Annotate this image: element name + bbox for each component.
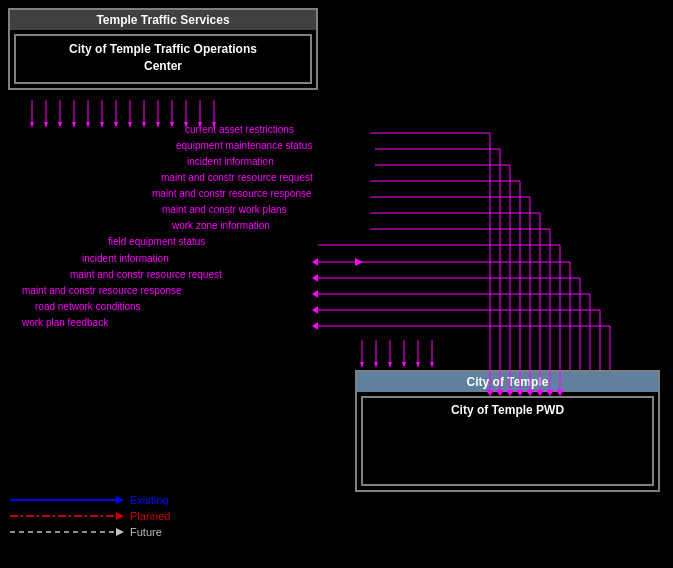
label-maint-req-2: maint and constr resource request <box>70 269 222 280</box>
svg-marker-71 <box>212 122 216 128</box>
tts-box: Temple Traffic Services City of Temple T… <box>8 8 318 90</box>
label-maint-resp-2: maint and constr resource response <box>22 285 182 296</box>
svg-marker-73 <box>360 362 364 368</box>
svg-marker-25 <box>312 258 318 266</box>
svg-marker-63 <box>156 122 160 128</box>
label-incident-info-2: incident information <box>82 253 169 264</box>
label-maint-resp-1: maint and constr resource response <box>152 188 312 199</box>
label-work-plans: maint and constr work plans <box>162 204 287 215</box>
svg-marker-90 <box>116 528 124 536</box>
svg-marker-42 <box>312 322 318 330</box>
svg-marker-69 <box>198 122 202 128</box>
cot-header: City of Temple <box>357 372 658 392</box>
svg-marker-79 <box>402 362 406 368</box>
svg-marker-61 <box>142 122 146 128</box>
tts-inner-label: City of Temple Traffic OperationsCenter <box>21 41 305 75</box>
svg-marker-34 <box>312 290 318 298</box>
svg-marker-38 <box>312 306 318 314</box>
svg-marker-77 <box>388 362 392 368</box>
cot-box: City of Temple City of Temple PWD <box>355 370 660 492</box>
svg-marker-65 <box>170 122 174 128</box>
svg-marker-88 <box>116 512 124 520</box>
cot-inner-label: City of Temple PWD <box>451 403 564 417</box>
tts-inner: City of Temple Traffic OperationsCenter <box>14 34 312 84</box>
label-maint-req-1: maint and constr resource request <box>161 172 313 183</box>
svg-marker-59 <box>128 122 132 128</box>
tts-header: Temple Traffic Services <box>10 10 316 30</box>
svg-marker-47 <box>44 122 48 128</box>
svg-marker-75 <box>374 362 378 368</box>
legend-planned-label: Planned <box>130 510 170 522</box>
svg-marker-53 <box>86 122 90 128</box>
svg-marker-83 <box>430 362 434 368</box>
label-road-network: road network conditions <box>35 301 141 312</box>
label-current-asset: current asset restrictions <box>185 124 294 135</box>
label-field-equip: field equipment status <box>108 236 205 247</box>
label-work-zone: work zone information <box>171 220 270 231</box>
svg-marker-30 <box>312 274 318 282</box>
label-equip-maint: equipment maintenance status <box>176 140 312 151</box>
label-work-plan-feedback: work plan feedback <box>21 317 109 328</box>
legend-existing-label: Existing <box>130 494 169 506</box>
svg-marker-81 <box>416 362 420 368</box>
cot-inner: City of Temple PWD <box>361 396 654 486</box>
svg-marker-49 <box>58 122 62 128</box>
svg-marker-45 <box>30 122 34 128</box>
label-incident-info-1: incident information <box>187 156 274 167</box>
svg-marker-51 <box>72 122 76 128</box>
legend-future-label: Future <box>130 526 162 538</box>
svg-marker-86 <box>116 496 124 504</box>
svg-marker-57 <box>114 122 118 128</box>
svg-marker-55 <box>100 122 104 128</box>
svg-marker-28 <box>355 258 363 266</box>
diagram-container: Temple Traffic Services City of Temple T… <box>0 0 673 568</box>
svg-marker-67 <box>184 122 188 128</box>
